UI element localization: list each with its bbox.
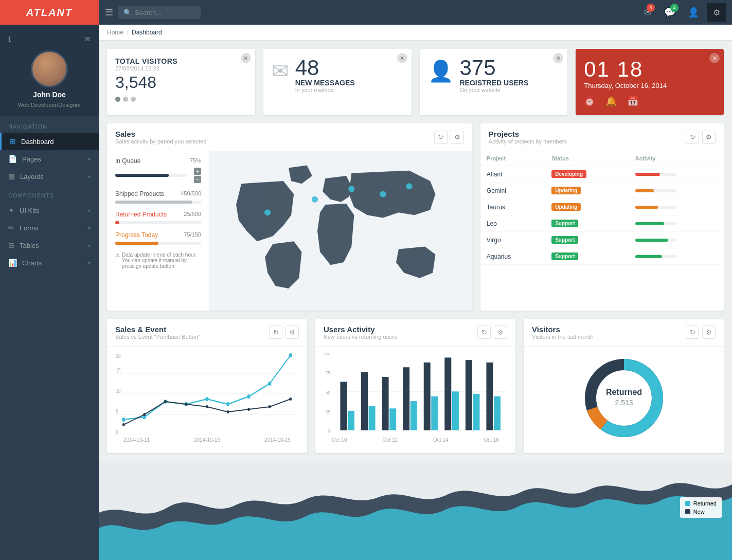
line-chart-svg: 0 5 10 15 20 <box>115 353 299 435</box>
in-queue-minus[interactable]: − <box>194 176 201 183</box>
visitors-date: 27/08/2014 15:23 <box>115 65 247 71</box>
clock-calendar-icon[interactable]: 📅 <box>627 96 638 107</box>
sidebar-profile: ℹ ✉ John Doe Web Developer/Designer <box>0 25 99 116</box>
sales-stats: In Queue 75% + − <box>107 151 210 311</box>
users-label: REGISTRED USERS <box>460 79 529 87</box>
clock-bell-icon[interactable]: 🔔 <box>605 96 617 107</box>
info-icon[interactable]: ℹ <box>8 35 11 43</box>
top-nav: ATLANT ☰ 🔍 ✉ 3 💬 4 👤 ⚙ <box>0 0 732 25</box>
sales-event-chart-area: 0 5 10 15 20 <box>107 347 307 453</box>
in-queue-plus[interactable]: + <box>194 168 201 175</box>
messages-badge: 3 <box>647 4 655 12</box>
ui-kits-chevron-icon: ▾ <box>88 208 91 213</box>
main-layout: ℹ ✉ John Doe Web Developer/Designer Navi… <box>0 25 732 560</box>
visitors-panel-actions: ↻ ⚙ <box>686 326 716 339</box>
stats-row: ✕ TOTAL VISITORS 27/08/2014 15:23 3,548 … <box>99 41 732 123</box>
status-badge: Developing <box>551 170 586 178</box>
projects-refresh-button[interactable]: ↻ <box>686 131 699 144</box>
pages-chevron-icon: ▾ <box>88 156 91 162</box>
projects-table-header: Project Status Activity <box>480 151 724 166</box>
sidebar-item-charts[interactable]: 📊 Charts ▾ <box>0 254 99 272</box>
sidebar-item-dashboard[interactable]: ⊞ Dashboard <box>0 133 99 150</box>
svg-rect-45 <box>410 401 417 430</box>
svg-point-14 <box>205 397 208 401</box>
messages-card-close[interactable]: ✕ <box>397 53 407 63</box>
users-activity-settings-button[interactable]: ⚙ <box>494 326 507 339</box>
project-status-cell: Updating <box>545 183 629 199</box>
wave-svg <box>99 461 732 560</box>
sales-map <box>210 151 472 311</box>
messages-button[interactable]: ✉ 3 <box>640 5 656 20</box>
project-activity-cell <box>629 166 724 183</box>
activity-bar-fill <box>635 239 668 242</box>
settings-gear-button[interactable]: ⚙ <box>707 3 726 22</box>
sales-refresh-button[interactable]: ↻ <box>434 131 448 144</box>
sidebar-item-charts-left: 📊 Charts <box>8 259 42 267</box>
sidebar-item-ui-kits[interactable]: ✦ UI Kits ▾ <box>0 202 99 219</box>
sales-panel-header: Sales Sales activity by period you selec… <box>107 123 472 151</box>
sidebar-item-pages[interactable]: 📄 Pages ▾ <box>0 150 99 168</box>
breadcrumb-home[interactable]: Home <box>107 29 123 36</box>
svg-point-17 <box>268 382 271 386</box>
sales-event-refresh-button[interactable]: ↻ <box>269 326 282 339</box>
hamburger-icon[interactable]: ☰ <box>105 7 113 18</box>
project-activity-cell <box>629 183 724 199</box>
status-badge: Support <box>551 236 578 244</box>
users-activity-panel: Users Activity New users vs returning us… <box>315 319 515 453</box>
visitors-settings-button[interactable]: ⚙ <box>702 326 716 339</box>
users-activity-refresh-button[interactable]: ↻ <box>477 326 491 339</box>
users-activity-subtitle: New users vs returning users <box>324 334 397 340</box>
visitors-panel-titles: Visitors Visitors in the last month <box>532 325 594 340</box>
middle-row: Sales Sales activity by period you selec… <box>99 123 732 319</box>
sales-title: Sales <box>115 130 206 138</box>
project-activity-cell <box>629 248 724 265</box>
breadcrumb: Home › Dashboard <box>99 25 732 41</box>
sidebar-item-tables[interactable]: ⊟ Tables ▾ <box>0 237 99 254</box>
clock-time: 01 18 <box>584 57 716 82</box>
svg-text:5: 5 <box>116 409 119 414</box>
visitors-label: TOTAL VISITORS <box>115 57 247 65</box>
activity-bar-fill <box>635 189 654 192</box>
forms-icon: ✏ <box>8 224 14 232</box>
visitors-card-close[interactable]: ✕ <box>241 53 251 63</box>
search-input[interactable] <box>135 9 191 16</box>
svg-rect-46 <box>424 363 431 430</box>
progress-label: Progress Today <box>115 231 158 239</box>
sidebar-item-forms[interactable]: ✏ Forms ▾ <box>0 219 99 237</box>
users-activity-header: Users Activity New users vs returning us… <box>315 319 515 347</box>
table-row: GeminiUpdating <box>480 183 724 199</box>
top-nav-right: ✉ 3 💬 4 👤 ⚙ <box>640 3 726 22</box>
mail-icon[interactable]: ✉ <box>84 35 91 43</box>
messages-card: ✕ ✉ 48 NEW MESSAGES In your mailbox <box>263 49 412 115</box>
map-dot-2 <box>348 186 354 192</box>
activity-bar-fill <box>635 206 658 209</box>
progress-bar <box>115 242 158 245</box>
sidebar-item-layouts-left: ▦ Layouts <box>8 172 44 180</box>
legend-new-dot <box>685 509 690 514</box>
map-dot-3 <box>380 191 386 197</box>
sidebar-item-layouts[interactable]: ▦ Layouts ▾ <box>0 168 99 185</box>
projects-settings-button[interactable]: ⚙ <box>702 131 716 144</box>
notifications-button[interactable]: 💬 4 <box>660 5 680 20</box>
sales-event-actions: ↻ ⚙ <box>269 326 299 339</box>
status-badge: Support <box>551 220 578 227</box>
user-menu-button[interactable]: 👤 <box>684 5 703 20</box>
users-card-close[interactable]: ✕ <box>553 53 563 63</box>
project-activity-cell <box>629 215 724 232</box>
avatar <box>31 50 68 87</box>
sidebar-item-tables-left: ⊟ Tables <box>8 241 39 249</box>
forms-chevron-icon: ▾ <box>88 225 91 231</box>
returned-label: Returned Products <box>115 211 167 218</box>
sales-settings-button[interactable]: ⚙ <box>451 131 464 144</box>
visitors-refresh-button[interactable]: ↻ <box>686 326 699 339</box>
sidebar-forms-label: Forms <box>20 224 39 232</box>
navigation-section-label: Navigation <box>0 116 99 133</box>
clock-timer-icon[interactable]: ⏰ <box>584 96 595 107</box>
users-activity-chart-area: 100 75 50 25 0 <box>315 347 515 453</box>
sales-event-settings-button[interactable]: ⚙ <box>285 326 299 339</box>
clock-card-close[interactable]: ✕ <box>709 53 720 63</box>
visitors-panel: Visitors Visitors in the last month ↻ ⚙ <box>524 319 724 453</box>
project-name-cell: Virgo <box>480 232 545 248</box>
projects-title: Projects <box>489 130 567 138</box>
world-map-svg <box>210 151 472 311</box>
